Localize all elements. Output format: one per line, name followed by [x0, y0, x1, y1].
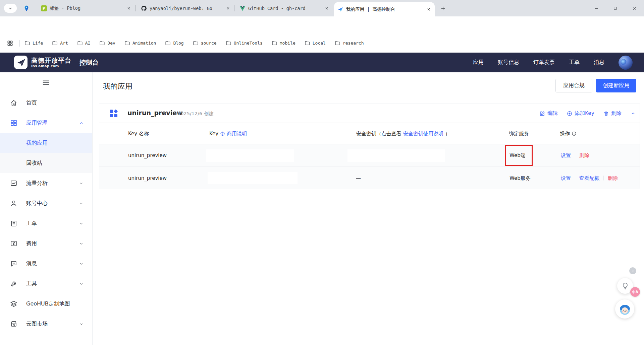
new-tab-button[interactable]	[439, 4, 447, 13]
sidebar-item-tools[interactable]: 工具	[0, 274, 92, 294]
maximize-button[interactable]	[606, 0, 625, 16]
pblog-favicon: P	[41, 5, 47, 11]
bookmark-folder-local[interactable]: Local	[305, 40, 326, 46]
tab-close-icon[interactable]	[324, 5, 329, 11]
plus-icon	[440, 6, 446, 11]
bookmark-folder-mobile[interactable]: mobile	[272, 40, 296, 46]
settings-link[interactable]: 设置	[561, 175, 571, 181]
tab-pblog[interactable]: P 标签 - Pblog	[38, 0, 135, 16]
tab-amap-console[interactable]: 我的应用 | 高德控制台	[334, 2, 435, 16]
amap-console-page: 高德开放平台 lbs.amap.com 控制台 应用 账号信息 订单发票 工单 …	[0, 53, 644, 345]
sidebar-item-work-orders[interactable]: 工单	[0, 213, 92, 233]
bookmark-folder-animation[interactable]: Animation	[124, 40, 156, 46]
folder-icon	[193, 40, 199, 46]
browser-window: P 标签 - Pblog yanyaoli/byerun-web: Go Git…	[0, 0, 644, 345]
edit-app-button[interactable]: 编辑	[540, 110, 558, 117]
col-secret: 安全密钥（点击查看安全密钥使用说明）	[356, 130, 450, 137]
sidebar-item-recycle-bin[interactable]: 回收站	[0, 153, 92, 173]
tab-close-icon[interactable]	[225, 5, 231, 11]
nav-tickets[interactable]: 工单	[569, 59, 580, 66]
view-quota-link[interactable]: 查看配额	[579, 175, 599, 181]
amap-logo[interactable]: 高德开放平台 lbs.amap.com	[14, 56, 71, 69]
sidebar-item-traffic-analysis[interactable]: 流量分析	[0, 173, 92, 193]
folder-icon	[165, 40, 171, 46]
sidebar-item-app-management[interactable]: 应用管理	[0, 113, 92, 133]
collapse-chevron-icon[interactable]	[631, 111, 636, 116]
user-avatar[interactable]	[619, 56, 633, 70]
nav-messages[interactable]: 消息	[594, 59, 604, 66]
chevron-down-icon	[79, 181, 84, 186]
secret-usage-link[interactable]: 安全密钥使用说明	[403, 130, 443, 137]
folder-icon	[24, 40, 30, 46]
bookmark-folder-life[interactable]: Life	[24, 40, 43, 46]
tab-close-icon[interactable]	[426, 6, 431, 12]
bookmark-folder-art[interactable]: Art	[52, 40, 68, 46]
collapse-widgets-button[interactable]	[629, 267, 636, 274]
home-icon	[10, 99, 17, 107]
key-name: unirun_preview	[128, 152, 167, 158]
bound-service: Web服务	[509, 175, 531, 181]
key-value-redacted[interactable]	[208, 172, 298, 184]
delete-key-link[interactable]: 删除	[579, 152, 589, 159]
bookmark-folder-source[interactable]: source	[193, 40, 217, 46]
lightbulb-icon	[621, 282, 629, 290]
layers-icon	[10, 300, 17, 307]
tab-close-icon[interactable]	[126, 5, 131, 11]
bookmark-folder-blog[interactable]: Blog	[165, 40, 183, 46]
tab-github[interactable]: yanyaoli/byerun-web: Go	[138, 0, 234, 16]
info-circle-icon[interactable]	[572, 131, 577, 136]
app-name: unirun_preview	[127, 109, 183, 117]
folder-icon	[226, 40, 231, 46]
chevron-right-icon	[631, 269, 635, 273]
main-content: 我的应用 应用合规 创建新应用 unirun_preview 2025/12/6…	[93, 72, 644, 345]
sidebar-item-fees[interactable]: 费用	[0, 233, 92, 254]
secret-value-redacted[interactable]	[347, 149, 445, 162]
minimize-button[interactable]	[587, 0, 606, 16]
bookmark-folder-ai[interactable]: AI	[77, 40, 91, 46]
translate-badge[interactable]: 中A	[630, 287, 640, 297]
tab-strip: P 标签 - Pblog yanyaoli/byerun-web: Go Git…	[0, 0, 644, 16]
yen-icon	[10, 240, 17, 247]
chevron-down-icon	[79, 262, 84, 266]
close-window-button[interactable]	[625, 0, 644, 16]
sidebar-item-geohub[interactable]: GeoHUB定制地图	[0, 294, 92, 314]
vue-favicon	[239, 5, 246, 11]
nav-account-info[interactable]: 账号信息	[498, 59, 519, 66]
row-actions: 设置 删除	[561, 152, 589, 159]
add-key-button[interactable]: 添加Key	[567, 110, 594, 117]
plus-circle-icon	[567, 111, 572, 116]
sidebar-item-messages[interactable]: 消息	[0, 254, 92, 274]
sidebar-item-cloud-market[interactable]: 云图市场	[0, 314, 92, 334]
chevron-down-icon	[79, 201, 84, 206]
folder-icon	[335, 40, 340, 46]
bookmark-folder-research[interactable]: research	[335, 40, 364, 46]
commercial-note-link[interactable]: 商用说明	[227, 130, 247, 137]
question-circle-icon[interactable]	[220, 131, 225, 136]
site-header-nav: 应用 账号信息 订单发票 工单 消息	[473, 53, 633, 72]
apps-grid-icon[interactable]	[6, 39, 14, 47]
bookmark-folder-dev[interactable]: Dev	[99, 40, 115, 46]
tab-search-button[interactable]	[4, 4, 17, 13]
nav-apps[interactable]: 应用	[473, 59, 484, 66]
app-compliance-button[interactable]: 应用合规	[555, 79, 592, 92]
delete-app-button[interactable]: 删除	[603, 110, 622, 117]
sidebar-item-my-apps[interactable]: 我的应用	[0, 133, 92, 153]
create-app-button[interactable]: 创建新应用	[596, 79, 636, 92]
user-icon	[10, 200, 17, 207]
settings-link[interactable]: 设置	[561, 152, 571, 159]
folder-icon	[52, 40, 58, 46]
folder-icon	[305, 40, 310, 46]
sidebar-item-home[interactable]: 首页	[0, 93, 92, 113]
sidebar-collapse-button[interactable]	[42, 80, 50, 86]
assistant-mascot-button[interactable]	[615, 299, 634, 319]
col-action: 操作	[560, 130, 577, 137]
delete-key-link[interactable]: 删除	[608, 175, 618, 181]
tab-ghcard[interactable]: GitHub Card - gh-card	[236, 0, 333, 16]
pinned-tab-amap[interactable]	[22, 4, 31, 13]
console-nav-label[interactable]: 控制台	[79, 53, 99, 72]
sidebar-item-account-center[interactable]: 账号中心	[0, 193, 92, 213]
nav-invoices[interactable]: 订单发票	[533, 59, 555, 66]
map-pin-icon	[23, 5, 30, 12]
bookmark-folder-onlinetools[interactable]: OnlineTools	[226, 40, 263, 46]
key-value-redacted[interactable]	[206, 149, 294, 162]
